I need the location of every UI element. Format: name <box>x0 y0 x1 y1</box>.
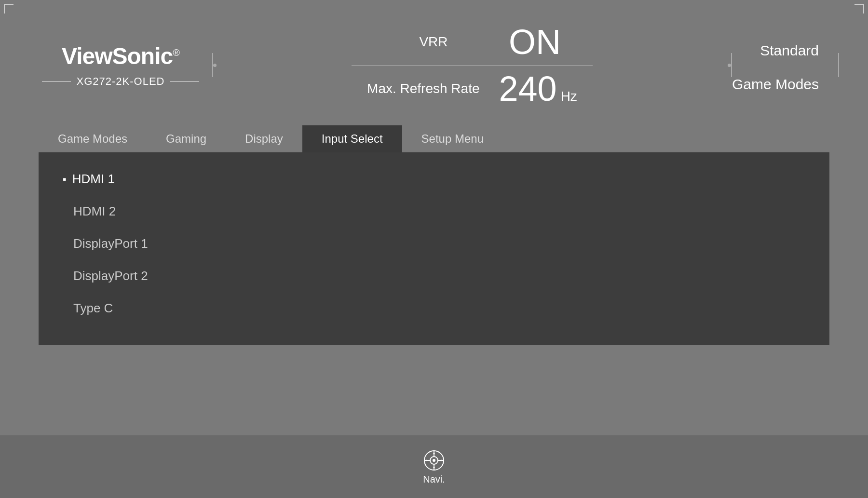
vrr-row: VRR ON <box>217 19 728 65</box>
main-panel: HDMI 1 HDMI 2 DisplayPort 1 DisplayPort … <box>39 152 829 345</box>
refresh-value-group: 240 Hz <box>499 71 577 106</box>
tab-display[interactable]: Display <box>226 125 302 152</box>
refresh-label: Max. Refresh Rate <box>367 81 479 96</box>
refresh-value: 240 <box>499 71 556 106</box>
input-item-dp2[interactable]: DisplayPort 2 <box>63 269 805 283</box>
svg-point-10 <box>433 459 435 462</box>
tab-gaming[interactable]: Gaming <box>147 125 226 152</box>
vrr-label: VRR <box>380 34 487 50</box>
navi-label: Navi. <box>423 474 445 485</box>
svg-marker-7 <box>433 467 435 469</box>
input-item-dp1[interactable]: DisplayPort 1 <box>63 236 805 251</box>
input-list: HDMI 1 HDMI 2 DisplayPort 1 DisplayPort … <box>63 172 805 316</box>
brand-sup: ® <box>173 47 179 58</box>
tab-input-select[interactable]: Input Select <box>302 125 402 152</box>
refresh-unit: Hz <box>561 89 577 104</box>
header-metrics: VRR ON Max. Refresh Rate 240 Hz <box>217 19 728 112</box>
input-item-hdmi1[interactable]: HDMI 1 <box>63 172 805 187</box>
svg-marker-9 <box>441 459 443 461</box>
svg-marker-6 <box>433 452 435 454</box>
dot-left-top <box>213 64 217 67</box>
input-item-typec[interactable]: Type C <box>63 301 805 316</box>
vsep-far-right <box>838 53 839 77</box>
refresh-row: Max. Refresh Rate 240 Hz <box>217 66 728 112</box>
right-col: Standard Game Modes <box>732 38 828 93</box>
navi-icon <box>422 449 446 472</box>
model-line-left <box>42 81 71 81</box>
right-item-standard: Standard <box>760 42 819 59</box>
screen: ViewSonic® XG272-2K-OLED VRR ON Max. Ref… <box>0 0 868 498</box>
vrr-value: ON <box>506 25 564 59</box>
tab-game-modes[interactable]: Game Modes <box>39 125 147 152</box>
brand-logo-text: ViewSonic <box>62 43 173 69</box>
input-item-hdmi2[interactable]: HDMI 2 <box>63 204 805 219</box>
bottom-bar: Navi. <box>0 435 868 498</box>
dot-right-top <box>728 64 731 67</box>
header: ViewSonic® XG272-2K-OLED VRR ON Max. Ref… <box>0 0 868 125</box>
tabs-container: Game Modes Gaming Display Input Select S… <box>0 125 868 152</box>
model-line-right <box>170 81 199 81</box>
model-name-text: XG272-2K-OLED <box>77 75 165 88</box>
brand-logo: ViewSonic® <box>62 43 179 69</box>
svg-marker-8 <box>425 459 427 461</box>
brand-section: ViewSonic® XG272-2K-OLED <box>29 43 212 88</box>
model-name: XG272-2K-OLED <box>42 75 200 88</box>
tab-setup-menu[interactable]: Setup Menu <box>402 125 503 152</box>
right-item-game-modes: Game Modes <box>732 76 819 93</box>
